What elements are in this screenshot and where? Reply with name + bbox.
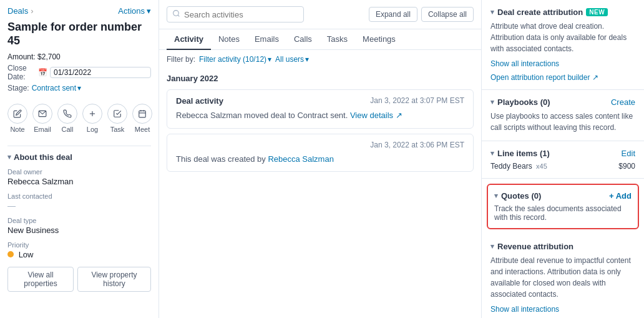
revenue-attribution-section: ▾ Revenue attribution Attribute deal rev…	[482, 234, 644, 318]
priority-value: Low	[7, 250, 151, 259]
call-button[interactable]: Call	[57, 104, 77, 133]
stage-field: Stage: Contract sent ▾	[7, 84, 151, 92]
line-items-section: ▾ Line items (1) Edit Teddy Bears x45 $9…	[482, 141, 644, 179]
right-panel: ▾ Deal create attribution NEW Attribute …	[482, 0, 644, 318]
note-icon	[7, 104, 27, 124]
view-property-history-button[interactable]: View property history	[77, 267, 151, 292]
priority-dot	[7, 251, 14, 257]
revenue-attribution-body: Attribute deal revenue to impactful cont…	[490, 255, 635, 300]
deal-create-chevron[interactable]: ▾	[490, 8, 494, 16]
breadcrumb-separator: ›	[31, 6, 33, 16]
activity-card-1-header: Deal activity Jan 3, 2022 at 3:07 PM EST	[176, 96, 464, 106]
deal-create-body: Attribute what drove deal creation. Attr…	[490, 21, 635, 54]
breadcrumb-deals-link[interactable]: Deals	[7, 6, 28, 16]
about-chevron[interactable]: ▾	[7, 153, 11, 161]
svg-rect-3	[139, 111, 146, 118]
activity-card-2: Jan 3, 2022 at 3:06 PM EST This deal was…	[167, 134, 474, 172]
action-icons-row: Note Email Call Log	[7, 100, 151, 137]
email-button[interactable]: Email	[32, 104, 52, 133]
about-title: About this deal	[14, 152, 72, 162]
quotes-title: ▾ Quotes (0)	[494, 191, 541, 201]
add-quote-link[interactable]: + Add	[609, 191, 632, 201]
revenue-chevron[interactable]: ▾	[490, 242, 494, 251]
view-details-link[interactable]: View details ↗	[350, 111, 402, 120]
breadcrumb-actions-link[interactable]: Actions ▾	[118, 6, 151, 16]
activity-card-1: Deal activity Jan 3, 2022 at 3:07 PM EST…	[167, 89, 474, 129]
open-builder-text: Open attribution report builder	[490, 73, 590, 82]
priority-field: Priority Low	[7, 241, 151, 259]
about-section-header: ▾ About this deal	[7, 146, 151, 162]
filter-activity-chevron: ▾	[268, 55, 271, 64]
tab-activity[interactable]: Activity	[167, 29, 211, 50]
activity-body-1: Rebecca Salzman moved deal to Contract s…	[176, 109, 464, 122]
line-items-chevron[interactable]: ▾	[490, 149, 494, 157]
meet-label: Meet	[135, 126, 150, 133]
note-label: Note	[10, 126, 24, 133]
priority-text: Low	[19, 250, 34, 259]
tab-meetings[interactable]: Meetings	[355, 29, 403, 50]
stage-chevron: ▾	[77, 84, 81, 92]
activity-time-1: Jan 3, 2022 at 3:07 PM EST	[370, 96, 464, 105]
call-icon	[57, 104, 77, 124]
search-input[interactable]	[184, 10, 298, 19]
open-builder-ext-icon: ↗	[592, 73, 598, 82]
line-item-row: Teddy Bears x45 $900	[490, 162, 635, 171]
activity-time-2: Jan 3, 2022 at 3:06 PM EST	[370, 141, 464, 149]
creator-link[interactable]: Rebecca Salzman	[268, 154, 334, 164]
amount-label: Amount:	[7, 52, 36, 61]
task-button[interactable]: Task	[107, 104, 127, 133]
actions-label: Actions	[118, 6, 145, 16]
deal-create-title-text: Deal create attribution	[497, 7, 583, 17]
playbooks-header: ▾ Playbooks (0) Create	[490, 97, 635, 107]
note-button[interactable]: Note	[7, 104, 27, 133]
last-contacted-value: —	[7, 201, 151, 211]
last-contacted-field: Last contacted —	[7, 192, 151, 211]
actions-chevron: ▾	[147, 6, 151, 16]
deal-amount: Amount: $2,700	[7, 52, 151, 61]
search-icon	[172, 9, 180, 19]
activity-tabs: Activity Notes Emails Calls Tasks Meetin…	[159, 29, 481, 50]
activity-section: January 2022 Deal activity Jan 3, 2022 a…	[159, 69, 481, 318]
email-label: Email	[34, 126, 51, 133]
expand-all-button[interactable]: Expand all	[369, 7, 417, 22]
tab-tasks[interactable]: Tasks	[320, 29, 355, 50]
deal-type-label: Deal type	[7, 217, 151, 224]
revenue-attribution-title: ▾ Revenue attribution	[490, 242, 573, 251]
filter-label: Filter by:	[167, 55, 195, 64]
activity-card-2-header: Jan 3, 2022 at 3:06 PM EST	[176, 141, 464, 149]
playbooks-title: ▾ Playbooks (0)	[490, 97, 550, 107]
filter-activity-text: Filter activity (10/12)	[199, 55, 266, 64]
call-label: Call	[62, 126, 74, 133]
task-label: Task	[110, 126, 125, 133]
playbooks-chevron[interactable]: ▾	[490, 98, 494, 106]
stage-label: Stage:	[7, 84, 29, 92]
log-button[interactable]: Log	[82, 104, 102, 133]
activity-body-2: This deal was created by Rebecca Salzman	[176, 153, 464, 166]
line-item-price: $900	[618, 162, 635, 171]
meet-icon	[132, 104, 152, 124]
meet-button[interactable]: Meet	[132, 104, 152, 133]
stage-value[interactable]: Contract sent ▾	[32, 84, 81, 92]
tab-calls[interactable]: Calls	[286, 29, 320, 50]
show-all-interactions-link[interactable]: Show all interactions	[490, 59, 635, 68]
expand-collapse-buttons: Expand all Collapse all	[369, 7, 474, 22]
tab-emails[interactable]: Emails	[247, 29, 286, 50]
activity-body-text-1: Rebecca Salzman moved deal to Contract s…	[176, 111, 350, 120]
collapse-all-button[interactable]: Collapse all	[421, 7, 474, 22]
task-icon	[107, 104, 127, 124]
quotes-section: ▾ Quotes (0) + Add Track the sales docum…	[487, 184, 639, 229]
new-badge: NEW	[586, 8, 608, 16]
view-all-properties-button[interactable]: View all properties	[7, 267, 74, 292]
open-builder-link[interactable]: Open attribution report builder ↗	[490, 73, 635, 82]
edit-line-items-link[interactable]: Edit	[622, 149, 635, 158]
show-all-revenue-link[interactable]: Show all interactions	[490, 305, 635, 314]
tab-notes[interactable]: Notes	[211, 29, 247, 50]
filter-users-link[interactable]: All users ▾	[275, 55, 309, 64]
amount-value: $2,700	[37, 52, 61, 61]
create-playbook-link[interactable]: Create	[611, 97, 635, 107]
filter-users-chevron: ▾	[305, 55, 309, 64]
quotes-chevron[interactable]: ▾	[494, 192, 498, 200]
filter-activity-link[interactable]: Filter activity (10/12) ▾	[199, 55, 271, 64]
deal-create-title: ▾ Deal create attribution NEW	[490, 7, 608, 17]
close-date-input[interactable]	[50, 67, 151, 78]
